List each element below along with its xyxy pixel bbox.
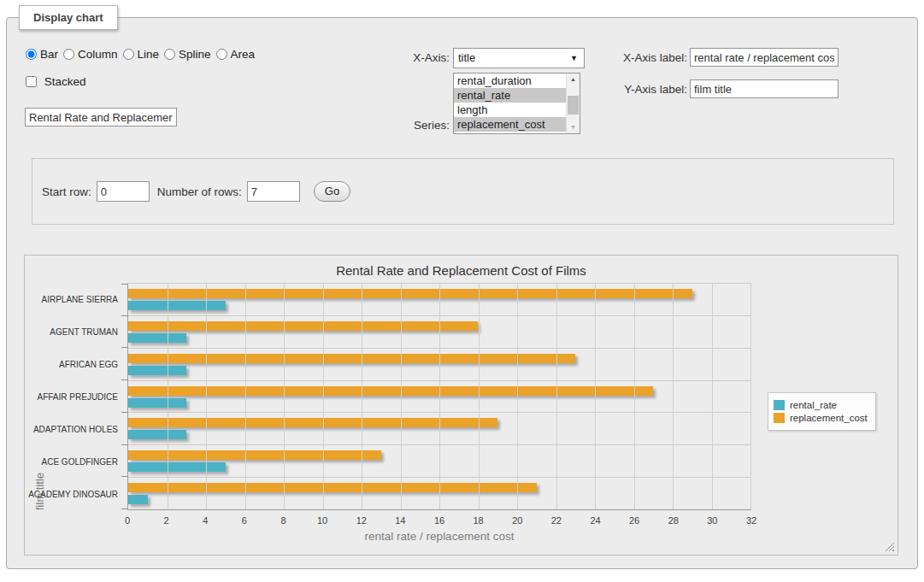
series-listbox-scrollbar[interactable]: ▲ ▼ (566, 73, 580, 133)
fieldset-legend: Display chart (19, 5, 118, 30)
bar-replacement_cost (128, 418, 497, 427)
gridline (634, 284, 635, 509)
bar-rental_rate (128, 495, 148, 504)
gridline (750, 284, 751, 509)
stacked-option[interactable]: Stacked (26, 75, 86, 88)
x-tick-label: 16 (434, 515, 444, 526)
x-tick-label: 2 (164, 515, 169, 526)
chart-type-option-area[interactable]: Area (216, 48, 256, 61)
legend-item: rental_rate (774, 400, 868, 410)
resize-grip-icon[interactable] (885, 542, 894, 551)
bar-replacement_cost (128, 386, 653, 396)
series-listbox[interactable]: rental_durationrental_ratelengthreplacem… (453, 73, 580, 134)
series-option-rental_duration[interactable]: rental_duration (454, 73, 566, 88)
gridline (284, 284, 285, 509)
column-radio[interactable] (63, 49, 74, 60)
x-tick-label: 12 (356, 515, 367, 526)
radio-label: Area (231, 48, 256, 61)
legend-label: replacement_cost (790, 413, 868, 423)
gridline (245, 284, 246, 509)
y-axis-tick (121, 444, 127, 445)
gridline (168, 284, 168, 509)
y-axis-tick (121, 412, 127, 413)
start-row-input[interactable] (97, 181, 150, 202)
stacked-row: Stacked (26, 75, 86, 88)
series-option-length[interactable]: length (454, 103, 566, 117)
row-range-panel: Start row: Number of rows: Go (32, 158, 894, 225)
plot-area: AIRPLANE SIERRAAGENT TRUMANAFRICAN EGGAF… (127, 283, 751, 510)
bar-replacement_cost (128, 483, 537, 492)
chart-title-input[interactable] (25, 108, 177, 126)
stacked-checkbox[interactable] (26, 76, 37, 87)
x-tick-label: 8 (280, 515, 285, 526)
chart-legend: rental_ratereplacement_cost (768, 392, 876, 431)
gridline (712, 284, 713, 509)
series-option-rental_rate[interactable]: rental_rate (454, 88, 566, 103)
x-axis-label-field-label: X-Axis label: (595, 51, 687, 64)
bar-rental_rate (128, 301, 226, 310)
x-tick-label: 26 (629, 515, 639, 526)
area-radio[interactable] (216, 49, 227, 60)
x-tick-label: 0 (125, 515, 130, 526)
radio-label: Column (78, 48, 118, 61)
x-axis-field-label: X-Axis: (357, 51, 450, 64)
y-axis-tick (121, 509, 127, 509)
bar-rental_rate (128, 430, 186, 439)
scroll-up-icon[interactable]: ▲ (567, 73, 580, 85)
form-area: BarColumnLineSplineArea Stacked X-Axis: … (7, 30, 917, 568)
chart-type-option-line[interactable]: Line (123, 48, 160, 61)
y-axis-label-field-label: Y-Axis label: (595, 83, 687, 96)
x-axis-select[interactable]: title ▼ (453, 48, 585, 68)
series-field-label: Series: (357, 119, 450, 132)
x-tick-label: 14 (395, 515, 405, 526)
gridline (206, 284, 207, 509)
gridline (362, 284, 362, 509)
chart-type-option-bar[interactable]: Bar (26, 48, 58, 61)
y-axis-tick (121, 476, 127, 477)
legend-item: replacement_cost (774, 413, 868, 423)
radio-label: Bar (40, 48, 58, 61)
y-axis-tick (121, 315, 127, 316)
scrollbar-thumb[interactable] (568, 96, 579, 115)
bar-rental_rate (128, 398, 186, 408)
y-axis-label-input[interactable] (690, 79, 839, 98)
x-tick-label: 10 (317, 515, 327, 526)
legend-swatch (774, 400, 785, 410)
line-radio[interactable] (123, 49, 134, 60)
bar-replacement_cost (128, 450, 381, 460)
stacked-label: Stacked (44, 75, 86, 88)
go-button[interactable]: Go (314, 181, 350, 202)
category-label: ADAPTATION HOLES (33, 424, 118, 433)
bar-rental_rate (128, 333, 186, 343)
chart-title: Rental Rate and Replacement Cost of Film… (25, 256, 898, 278)
bar-radio[interactable] (26, 49, 37, 60)
x-axis-label-input[interactable] (690, 48, 839, 67)
num-rows-input[interactable] (247, 181, 300, 202)
bar-replacement_cost (128, 321, 478, 331)
gridline (479, 284, 480, 509)
x-tick-label: 22 (551, 515, 562, 526)
legend-swatch (774, 413, 785, 423)
chart-type-option-column[interactable]: Column (63, 48, 118, 61)
gridline (556, 284, 557, 509)
gridline (595, 284, 596, 509)
radio-label: Line (138, 48, 160, 61)
y-axis-tick (121, 284, 127, 285)
gridline (401, 284, 402, 509)
chart-type-option-spline[interactable]: Spline (164, 48, 211, 61)
category-label: AFFAIR PREJUDICE (38, 392, 118, 402)
spline-radio[interactable] (164, 49, 175, 60)
x-axis-selected-value: title (458, 51, 475, 64)
x-axis-ticks: 02468101214161820222426283032 (127, 515, 751, 527)
y-axis-tick (121, 347, 127, 348)
num-rows-label: Number of rows: (157, 185, 242, 198)
x-tick-label: 30 (707, 515, 717, 526)
x-tick-label: 4 (203, 515, 208, 526)
x-tick-label: 28 (668, 515, 679, 526)
scroll-down-icon[interactable]: ▼ (567, 121, 580, 133)
chart-container: Rental Rate and Replacement Cost of Film… (24, 255, 898, 556)
chart-type-radio-group: BarColumnLineSplineArea (26, 48, 260, 61)
series-option-replacement_cost[interactable]: replacement_cost (454, 117, 566, 132)
x-tick-label: 18 (474, 515, 484, 526)
category-label: AFRICAN EGG (59, 360, 118, 369)
